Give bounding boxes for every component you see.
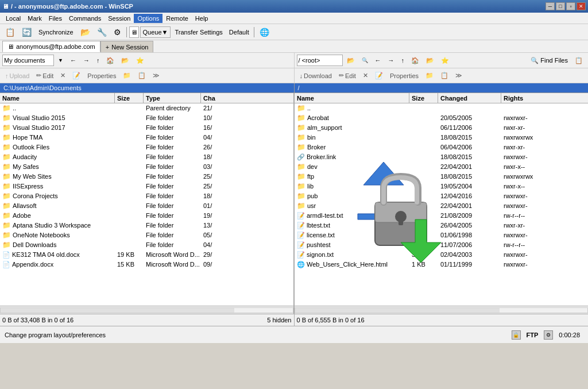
left-scrollbar[interactable] xyxy=(0,306,295,314)
maximize-button[interactable]: ▫ xyxy=(566,2,575,10)
menu-help[interactable]: Help xyxy=(192,14,212,23)
left-col-size[interactable]: Size xyxy=(115,93,144,103)
left-col-name[interactable]: Name xyxy=(0,93,115,103)
menu-files[interactable]: Files xyxy=(45,14,65,23)
menu-commands[interactable]: Commands xyxy=(65,14,105,23)
table-row[interactable]: 📁 IISExpress File folder 25/ xyxy=(0,182,293,191)
table-row[interactable]: 📝 license.txt 1 KB 01/06/1998 rwxrwxr- xyxy=(295,230,588,240)
table-row[interactable]: 📁 Allavsoft File folder 01/ xyxy=(0,201,293,211)
table-row[interactable]: 📁 usr 22/04/2001 rwxrwxr- xyxy=(295,201,588,211)
table-row[interactable]: 📁 ftp 18/08/2015 rwxrwxrwx xyxy=(295,172,588,182)
table-row[interactable]: 📁 OneNote Notebooks File folder 05/ xyxy=(0,230,293,240)
left-addr-btn1[interactable]: ▼ xyxy=(55,54,66,67)
synchronize-button[interactable]: Synchronize xyxy=(36,26,76,38)
left-addr-btn6[interactable]: 📂 xyxy=(118,54,132,67)
find-files-button[interactable]: 🔍 Find Files xyxy=(528,54,571,67)
table-row[interactable]: 📁 .. Parent directory 21/ xyxy=(0,103,293,113)
right-file-list[interactable]: 📁 .. 📁 Acrobat 20/05/2005 rwxrwxr- 📁 alm… xyxy=(295,103,588,306)
left-addr-btn5[interactable]: 🏠 xyxy=(103,54,117,67)
right-col-rights[interactable]: Rights xyxy=(501,93,588,103)
toolbar-btn-3[interactable]: 📂 xyxy=(78,26,93,38)
right-addr-extra[interactable]: 📋 xyxy=(572,54,586,67)
left-addr-btn3[interactable]: → xyxy=(80,54,92,67)
table-row[interactable]: 📁 lib 19/05/2004 rwxr-x-- xyxy=(295,182,588,191)
table-row[interactable]: 📝 lbtest.txt 3 KB 26/04/2005 rwxr-xr- xyxy=(295,221,588,230)
left-col-type[interactable]: Type xyxy=(144,93,201,103)
table-row[interactable]: 📄 Appendix.docx 15 KB Microsoft Word D..… xyxy=(0,260,293,269)
transfer-settings-button[interactable]: Transfer Settings xyxy=(172,26,225,38)
table-row[interactable]: 📝 armdl-test.txt 1 KB 21/08/2009 rw-r--r… xyxy=(295,211,588,221)
right-addr-btn6[interactable]: 🏠 xyxy=(408,54,422,67)
upload-button[interactable]: ↑ Upload xyxy=(2,70,32,82)
table-row[interactable]: 🌐 Web_Users_Click_Here.html 1 KB 01/11/1… xyxy=(295,260,588,269)
right-delete-button[interactable]: ✕ xyxy=(360,70,371,82)
left-more-button[interactable]: ≫ xyxy=(150,70,163,82)
right-properties-button[interactable]: Properties xyxy=(387,70,421,82)
left-properties-button[interactable]: Properties xyxy=(84,70,119,82)
right-rename-button[interactable]: 📝 xyxy=(372,70,386,82)
left-addr-btn7[interactable]: ⭐ xyxy=(133,54,147,67)
table-row[interactable]: 📁 Outlook Files File folder 26/ xyxy=(0,142,293,152)
minimize-button[interactable]: ─ xyxy=(546,2,555,10)
right-addr-btn2[interactable]: 🔍 xyxy=(359,54,371,67)
table-row[interactable]: 📁 Hope TMA File folder 04/ xyxy=(0,133,293,142)
right-addr-btn1[interactable]: 📂 xyxy=(344,54,358,67)
download-button[interactable]: ↓ Download xyxy=(297,70,335,82)
right-edit-button[interactable]: ✏ Edit xyxy=(336,70,359,82)
right-addr-btn5[interactable]: ↑ xyxy=(399,54,408,67)
table-row[interactable]: 📝 signon.txt 3 KB 02/04/2003 rwxrwxr- xyxy=(295,250,588,260)
table-row[interactable]: 📁 pub 12/04/2016 rwxrwxr- xyxy=(295,191,588,201)
table-row[interactable]: 📁 Adobe File folder 19/ xyxy=(0,211,293,221)
table-row[interactable]: 📁 Aptana Studio 3 Workspace File folder … xyxy=(0,221,293,230)
table-row[interactable]: 📁 My Web Sites File folder 25/ xyxy=(0,172,293,182)
close-button[interactable]: ✕ xyxy=(577,2,586,10)
table-row[interactable]: 📁 My Safes File folder 03/ xyxy=(0,162,293,172)
session-tab-ftp[interactable]: 🖥 anonymous@ftp.adobe.com xyxy=(2,41,100,52)
right-scrollbar[interactable] xyxy=(295,306,588,314)
table-row[interactable]: 📁 .. xyxy=(295,103,588,113)
right-col-size[interactable]: Size xyxy=(409,93,438,103)
menu-mark[interactable]: Mark xyxy=(24,14,45,23)
left-edit-button[interactable]: ✏ Edit xyxy=(33,70,56,82)
queue-dropdown-arrow[interactable]: ▼ xyxy=(162,29,168,36)
table-row[interactable]: 📝 pushtest 1 KB 11/07/2006 rw-r--r-- xyxy=(295,240,588,250)
right-copy-button[interactable]: 📋 xyxy=(438,70,451,82)
right-addr-btn3[interactable]: ← xyxy=(372,54,384,67)
menu-options[interactable]: Options xyxy=(134,14,163,23)
table-row[interactable]: 📁 Corona Projects File folder 18/ xyxy=(0,191,293,201)
queue-button[interactable]: Queue ▼ xyxy=(140,26,171,38)
table-row[interactable]: 📁 Visual Studio 2017 File folder 16/ xyxy=(0,123,293,133)
right-newfolder-button[interactable]: 📁 xyxy=(423,70,436,82)
left-copy-button[interactable]: 📋 xyxy=(135,70,149,82)
left-delete-button[interactable]: ✕ xyxy=(57,70,68,82)
toolbar-btn-5[interactable]: ⚙ xyxy=(111,26,124,38)
left-folder-dropdown[interactable]: My documents xyxy=(2,55,54,66)
left-file-list[interactable]: 📁 .. Parent directory 21/ 📁 Visual Studi… xyxy=(0,103,293,306)
menu-local[interactable]: Local xyxy=(2,14,24,23)
right-addr-btn8[interactable]: ⭐ xyxy=(438,54,452,67)
right-addr-btn7[interactable]: 📂 xyxy=(423,54,437,67)
right-more-button[interactable]: ≫ xyxy=(452,70,465,82)
right-col-changed[interactable]: Changed xyxy=(438,93,501,103)
right-folder-dropdown[interactable]: / <root> xyxy=(297,55,343,66)
table-row[interactable]: 📁 Audacity File folder 18/ xyxy=(0,152,293,162)
table-row[interactable]: 📁 alm_support 06/11/2006 rwxr-xr- xyxy=(295,123,588,133)
right-col-name[interactable]: Name xyxy=(295,93,409,103)
left-rename-button[interactable]: 📝 xyxy=(69,70,83,82)
left-addr-btn2[interactable]: ← xyxy=(67,54,79,67)
table-row[interactable]: 📁 dev 22/04/2001 rwxr-x-- xyxy=(295,162,588,172)
left-newfolder-button[interactable]: 📁 xyxy=(120,70,134,82)
menu-session[interactable]: Session xyxy=(105,14,134,23)
left-addr-btn4[interactable]: ↑ xyxy=(94,54,103,67)
table-row[interactable]: 📄 KE312 TMA 04 old.docx 19 KB Microsoft … xyxy=(0,250,293,260)
table-row[interactable]: 📁 Broker 06/04/2006 rwxr-xr- xyxy=(295,142,588,152)
toolbar-btn-2[interactable]: 🔄 xyxy=(19,26,34,38)
table-row[interactable]: 🔗 Broker.link 18/08/2015 rwxrwxr- xyxy=(295,152,588,162)
table-row[interactable]: 📁 Dell Downloads File folder 04/ xyxy=(0,240,293,250)
table-row[interactable]: 📁 Visual Studio 2015 File folder 10/ xyxy=(0,113,293,123)
restore-button[interactable]: □ xyxy=(556,2,565,10)
table-row[interactable]: 📁 Acrobat 20/05/2005 rwxrwxr- xyxy=(295,113,588,123)
toolbar-btn-1[interactable]: 📋 xyxy=(2,26,18,38)
toolbar-extra[interactable]: 🌐 xyxy=(257,26,272,38)
session-tab-new[interactable]: + New Session xyxy=(100,41,154,52)
